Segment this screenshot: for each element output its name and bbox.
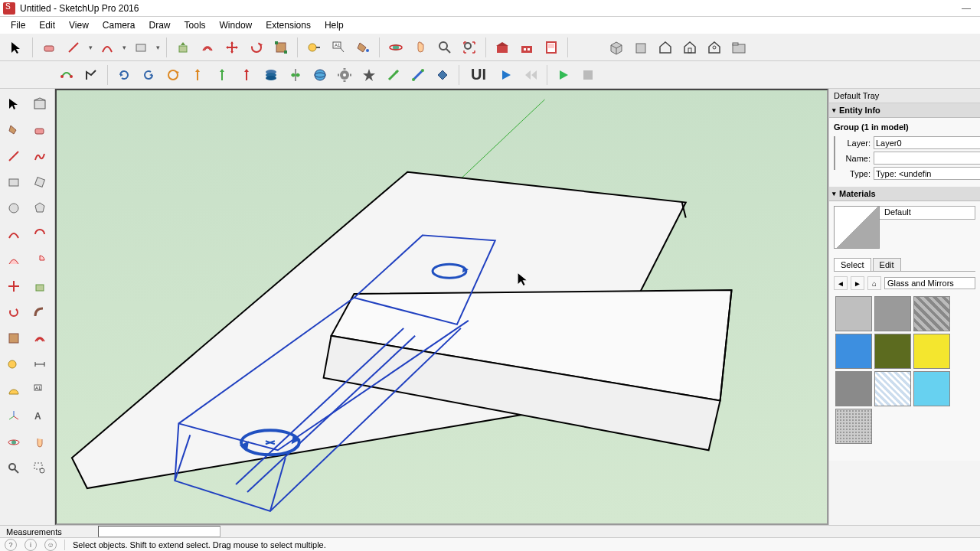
refresh-icon[interactable] <box>113 64 136 86</box>
rotate-icon[interactable] <box>245 36 268 59</box>
eraser-icon[interactable] <box>38 36 60 59</box>
house3-icon[interactable] <box>703 36 726 59</box>
materials-tab-edit[interactable]: Edit <box>873 258 901 271</box>
push-pull-icon[interactable] <box>172 36 194 59</box>
swatch-gray-glass[interactable] <box>835 296 872 331</box>
arc3-icon[interactable] <box>2 248 26 272</box>
materials-back-icon[interactable]: ◄ <box>834 276 848 290</box>
status-help-icon[interactable]: ? <box>5 539 17 551</box>
zoomwin-icon[interactable] <box>28 456 52 481</box>
entity-info-header[interactable]: Entity Info <box>829 103 980 118</box>
viewport[interactable] <box>55 89 828 525</box>
select-tool-icon[interactable] <box>5 36 28 59</box>
rotate2-icon[interactable] <box>2 300 26 324</box>
house1-icon[interactable] <box>654 36 677 59</box>
eraser2-icon[interactable] <box>28 118 52 142</box>
circle-icon[interactable] <box>2 196 26 220</box>
offset-icon[interactable] <box>196 36 219 59</box>
rotrect-icon[interactable] <box>28 170 52 194</box>
pushpull2-icon[interactable] <box>28 274 52 298</box>
swatch-cyan[interactable] <box>913 371 950 406</box>
axes-icon[interactable] <box>2 404 26 429</box>
swatch-blue-glass[interactable] <box>835 334 872 369</box>
line-tool-icon[interactable] <box>62 36 85 59</box>
followme-icon[interactable] <box>28 300 52 324</box>
offset2-icon[interactable] <box>28 326 52 350</box>
axis-z-icon[interactable] <box>186 64 209 86</box>
menu-file[interactable]: File <box>5 18 31 32</box>
polygon-icon[interactable] <box>28 196 52 220</box>
materials-forward-icon[interactable]: ► <box>851 276 864 290</box>
materials-header[interactable]: Materials <box>829 187 980 201</box>
play2-icon[interactable] <box>552 64 575 86</box>
zoom-extents-icon[interactable] <box>458 36 481 59</box>
stack-icon[interactable] <box>260 64 283 86</box>
swatch-clear-hatch[interactable] <box>874 371 911 406</box>
minimize-icon[interactable]: — <box>962 3 971 14</box>
rewind-icon[interactable] <box>519 64 542 86</box>
play-icon[interactable] <box>495 64 518 86</box>
status-info-icon[interactable]: i <box>24 539 37 551</box>
shape-dropdown-icon[interactable]: ▾ <box>154 44 162 51</box>
layer-input[interactable] <box>874 136 980 149</box>
cycle-icon[interactable] <box>162 64 185 86</box>
arc-dropdown-icon[interactable]: ▾ <box>120 44 128 51</box>
pie-icon[interactable] <box>28 248 52 272</box>
layout-icon[interactable] <box>540 36 563 59</box>
mirror-icon[interactable] <box>284 64 307 86</box>
diamond-icon[interactable] <box>431 64 454 86</box>
pan2-icon[interactable] <box>28 430 52 455</box>
arc1-icon[interactable] <box>2 222 26 246</box>
tape-measure-icon[interactable] <box>302 36 325 59</box>
protractor-icon[interactable] <box>2 378 26 403</box>
dynamic-draw-icon[interactable] <box>55 64 78 86</box>
menu-help[interactable]: Help <box>318 18 350 32</box>
entity-thumbnail[interactable] <box>834 136 835 170</box>
freehand-icon[interactable] <box>28 144 52 168</box>
ui-label-icon[interactable]: UI <box>464 64 493 86</box>
measurements-input[interactable] <box>98 526 220 537</box>
materials-category[interactable]: Glass and Mirrors <box>884 277 975 289</box>
swatch-yellow[interactable] <box>913 334 950 369</box>
text2-icon[interactable]: A1 <box>28 378 52 403</box>
star-icon[interactable] <box>358 64 381 86</box>
path-icon[interactable] <box>80 64 103 86</box>
house2-icon[interactable] <box>678 36 701 59</box>
folder-icon[interactable] <box>727 36 750 59</box>
extension-warehouse-icon[interactable] <box>515 36 538 59</box>
zoom-icon[interactable] <box>433 36 456 59</box>
menu-extensions[interactable]: Extensions <box>260 18 317 32</box>
menu-view[interactable]: View <box>63 18 95 32</box>
refresh2-icon[interactable] <box>137 64 160 86</box>
tape2-icon[interactable] <box>2 352 26 377</box>
diagonal-green-icon[interactable] <box>382 64 405 86</box>
gear-icon[interactable] <box>333 64 356 86</box>
rectangle-tool-icon[interactable] <box>129 36 152 59</box>
diagonal-blue-icon[interactable] <box>407 64 430 86</box>
menu-window[interactable]: Window <box>214 18 259 32</box>
arc-tool-icon[interactable] <box>96 36 119 59</box>
menu-camera[interactable]: Camera <box>96 18 142 32</box>
component-icon[interactable] <box>28 92 52 116</box>
text-icon[interactable]: A1 <box>327 36 350 59</box>
zoom2-icon[interactable] <box>2 456 26 481</box>
pencil-icon[interactable] <box>2 144 26 168</box>
axis-x-icon[interactable] <box>235 64 258 86</box>
swatch-medium-gray[interactable] <box>835 371 872 406</box>
paint-bucket-icon[interactable] <box>351 36 374 59</box>
name-input[interactable] <box>874 152 980 165</box>
make-component-icon[interactable] <box>605 36 628 59</box>
materials-tab-select[interactable]: Select <box>834 258 871 271</box>
material-current-thumb[interactable] <box>834 206 880 249</box>
swatch-noise[interactable] <box>835 409 872 444</box>
axis-y-icon[interactable] <box>211 64 234 86</box>
menu-tools[interactable]: Tools <box>178 18 212 32</box>
move-icon[interactable] <box>220 36 243 59</box>
line-dropdown-icon[interactable]: ▾ <box>87 44 94 51</box>
menu-draw[interactable]: Draw <box>143 18 177 32</box>
scale-icon[interactable] <box>270 36 292 59</box>
globe-icon[interactable] <box>309 64 332 86</box>
select-icon[interactable] <box>2 92 26 116</box>
scale2-icon[interactable] <box>2 326 26 350</box>
warehouse-icon[interactable] <box>491 36 514 59</box>
